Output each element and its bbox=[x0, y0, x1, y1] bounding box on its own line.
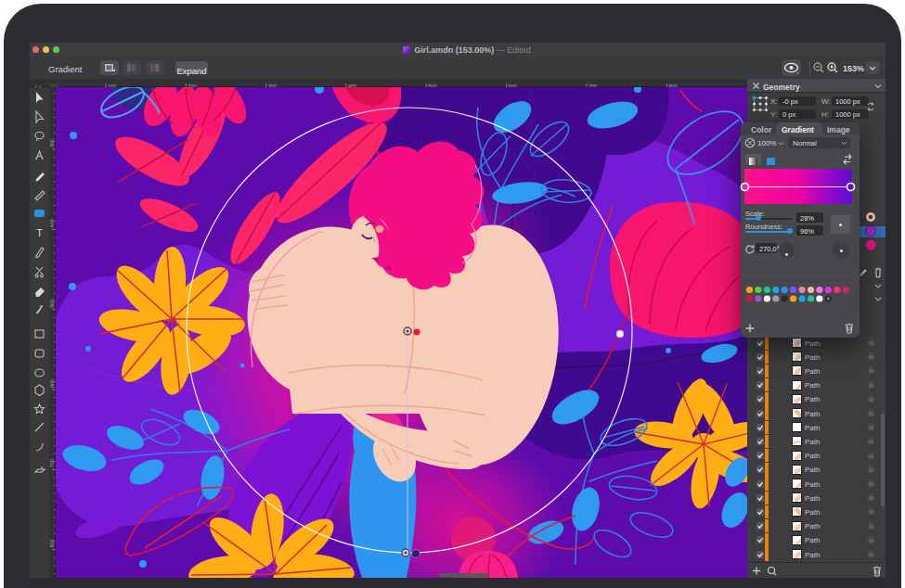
svg-text:800: 800 bbox=[49, 539, 55, 547]
svg-text:300: 300 bbox=[49, 139, 55, 147]
svg-text:400: 400 bbox=[49, 219, 55, 227]
svg-text:500: 500 bbox=[49, 300, 55, 308]
svg-text:700: 700 bbox=[49, 459, 55, 467]
svg-text:T: T bbox=[36, 227, 43, 238]
svg-text:600: 600 bbox=[49, 379, 55, 388]
